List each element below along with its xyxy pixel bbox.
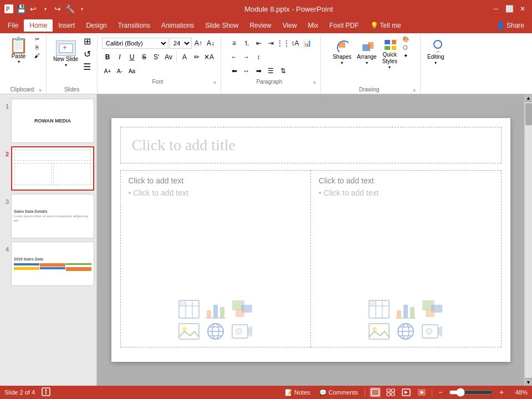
font-size-select[interactable]: 24	[170, 38, 192, 49]
close-button[interactable]: ✕	[518, 4, 528, 14]
justify-button[interactable]: ☰	[265, 65, 277, 76]
increase-font-button[interactable]: A↑	[193, 38, 204, 49]
right-barchart-icon[interactable]	[395, 299, 417, 319]
right-table-icon[interactable]	[368, 299, 390, 319]
save-icon[interactable]: 💾	[17, 4, 25, 13]
left-video-icon[interactable]	[231, 321, 253, 341]
font-color-button[interactable]: A	[179, 52, 190, 63]
left-smartart-icon[interactable]	[231, 299, 253, 319]
zoom-out-icon[interactable]: －	[437, 387, 444, 397]
bullets-button[interactable]: ≡	[229, 38, 240, 49]
strikethrough-button[interactable]: S	[139, 52, 150, 63]
editing-button[interactable]: Editing ▾	[425, 35, 447, 69]
slideshow-button[interactable]	[416, 387, 427, 397]
vertical-align-button[interactable]: ⇅	[278, 65, 289, 76]
smartart-button[interactable]: 📊	[302, 38, 313, 49]
right-online-icon[interactable]	[395, 321, 417, 341]
underline-button[interactable]: U	[126, 52, 137, 63]
layout-button[interactable]: ⊞	[81, 35, 93, 47]
undo-dropdown-icon[interactable]: ▾	[41, 4, 50, 13]
undo-icon[interactable]: ↩	[29, 4, 38, 13]
menu-transitions[interactable]: Transitions	[112, 19, 156, 32]
font-size-grow-button[interactable]: A+	[102, 65, 113, 76]
clear-formatting-button[interactable]: ✕A	[203, 52, 214, 63]
columns-button[interactable]: ⋮⋮	[278, 38, 289, 49]
zoom-slider[interactable]	[449, 388, 493, 396]
slide-thumbnail-4[interactable]: 4 2016 Sales Data	[2, 242, 94, 286]
slide-preview-2[interactable]	[11, 146, 94, 191]
right-content-placeholder[interactable]: Click to add text • Click to add text	[311, 170, 502, 347]
menu-foxitpdf[interactable]: Foxit PDF	[324, 19, 364, 32]
left-content-placeholder[interactable]: Click to add text • Click to add text	[120, 170, 311, 347]
shape-fill-button[interactable]: 🎨	[401, 35, 411, 43]
shape-effects-button[interactable]: ✦	[401, 52, 411, 59]
left-picture-icon[interactable]	[178, 321, 200, 341]
scroll-thumb[interactable]	[525, 103, 532, 125]
zoom-level[interactable]: 48%	[510, 389, 528, 396]
format-painter-button[interactable]: 🖌	[33, 52, 42, 59]
notes-button[interactable]: 📝 Notes	[283, 389, 313, 396]
reading-view-button[interactable]	[401, 387, 412, 397]
text-highlight-button[interactable]: ✏	[191, 52, 202, 63]
right-picture-icon[interactable]	[368, 321, 390, 341]
section-button[interactable]: ☰	[81, 61, 93, 73]
character-spacing-button[interactable]: Av	[163, 52, 174, 63]
menu-animations[interactable]: Animations	[156, 19, 200, 32]
clipboard-expand-icon[interactable]: ⬦	[39, 87, 42, 93]
increase-indent-button[interactable]: ⇥	[265, 38, 277, 49]
title-placeholder[interactable]: Click to add title	[120, 127, 502, 163]
comments-button[interactable]: 💬 Comments	[317, 389, 360, 396]
redo-icon[interactable]: ↪	[53, 4, 62, 13]
text-direction-button[interactable]: ↕A	[290, 38, 301, 49]
slide-preview-4[interactable]: 2016 Sales Data	[11, 242, 94, 286]
reset-button[interactable]: ↺	[81, 48, 93, 60]
left-barchart-icon[interactable]	[204, 299, 227, 319]
left-online-icon[interactable]	[204, 321, 227, 341]
slide-canvas[interactable]: Click to add title Click to add text • C…	[111, 118, 510, 362]
align-right-button[interactable]: ➡	[253, 65, 264, 76]
slide-thumbnail-2[interactable]: 2	[2, 146, 94, 191]
right-smartart-icon[interactable]	[421, 299, 443, 319]
increase-para-indent-button[interactable]: →	[241, 52, 252, 63]
slide-preview-1[interactable]: ROWAN MEDIA	[11, 99, 94, 143]
cut-button[interactable]: ✂	[33, 35, 42, 43]
normal-view-button[interactable]	[370, 387, 381, 397]
menu-share[interactable]: 👤 Share	[491, 19, 530, 32]
menu-file[interactable]: File	[2, 19, 24, 32]
align-center-button[interactable]: ↔	[241, 65, 252, 76]
slide-thumbnail-1[interactable]: 1 ROWAN MEDIA	[2, 99, 94, 143]
shapes-button[interactable]: Shapes ▾	[330, 35, 354, 69]
font-size-shrink-button[interactable]: A-	[114, 65, 125, 76]
zoom-in-icon[interactable]: ＋	[498, 387, 505, 397]
line-spacing-button[interactable]: ↕	[253, 52, 264, 63]
slide-preview-3[interactable]: Sales Data Details Lorem ipsum dolor sit…	[11, 194, 94, 238]
menu-tellme[interactable]: 💡 Tell me	[365, 19, 407, 32]
slide-sorter-button[interactable]	[385, 387, 396, 397]
menu-design[interactable]: Design	[80, 19, 112, 32]
minimize-button[interactable]: ─	[491, 4, 501, 14]
drawing-expand-icon[interactable]: ⬦	[413, 87, 416, 93]
left-table-icon[interactable]	[178, 299, 200, 319]
scroll-track[interactable]	[525, 102, 532, 378]
copy-button[interactable]: ⎘	[33, 44, 42, 51]
scroll-up-button[interactable]: ▲	[525, 94, 532, 102]
right-video-icon[interactable]	[421, 321, 443, 341]
font-expand-icon[interactable]: ⬦	[213, 79, 216, 85]
decrease-font-button[interactable]: A↓	[205, 38, 216, 49]
arrange-button[interactable]: Arrange ▾	[355, 35, 379, 69]
scroll-down-button[interactable]: ▼	[525, 378, 532, 386]
decrease-indent-button[interactable]: ⇤	[253, 38, 264, 49]
restore-button[interactable]: ⬜	[504, 4, 514, 14]
shape-outline-button[interactable]: ⬡	[401, 44, 411, 51]
italic-button[interactable]: I	[114, 52, 125, 63]
change-case-button[interactable]: Aa	[126, 65, 137, 76]
customize-dropdown-icon[interactable]: ▾	[78, 4, 86, 13]
numbering-button[interactable]: ⒈	[241, 38, 252, 49]
customize-icon[interactable]: 🔧	[65, 4, 74, 13]
paste-button[interactable]: 📋 Paste ▾	[6, 35, 32, 66]
canvas-area[interactable]: Click to add title Click to add text • C…	[97, 94, 524, 386]
menu-insert[interactable]: Insert	[53, 19, 80, 32]
decrease-para-indent-button[interactable]: ←	[229, 52, 240, 63]
menu-mix[interactable]: Mix	[303, 19, 324, 32]
shadow-button[interactable]: S'	[151, 52, 162, 63]
